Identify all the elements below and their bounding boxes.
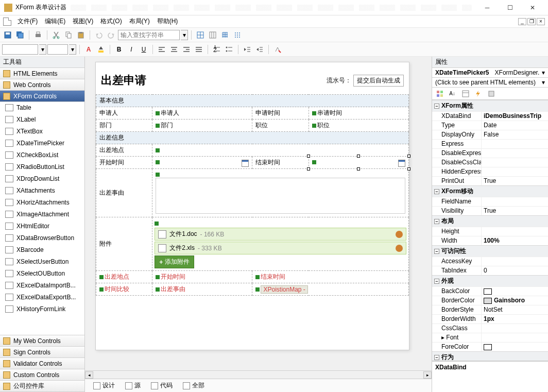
tool-item[interactable]: XDropDownList xyxy=(0,173,84,185)
v-compare[interactable]: 时间比较 xyxy=(96,283,152,296)
menu-file[interactable]: 文件(F) xyxy=(14,16,41,27)
tool-item[interactable]: XAttachments xyxy=(0,185,84,197)
cat-html[interactable]: HTML Elements xyxy=(0,67,84,79)
reason-field[interactable] xyxy=(152,169,409,217)
prop-row[interactable]: CssClass xyxy=(432,323,548,333)
prop-value[interactable]: Gainsboro xyxy=(481,296,548,305)
prop-category[interactable]: −XForm属性 xyxy=(432,100,548,111)
copy-button[interactable] xyxy=(63,29,74,41)
prop-row[interactable]: BackColor xyxy=(432,286,548,296)
prop-row[interactable]: XDataBindiDemoBusinessTrip xyxy=(432,111,548,121)
prop-value[interactable]: True xyxy=(481,207,548,215)
tool-item[interactable]: XExcelDataExportB... xyxy=(0,292,84,303)
scroll-right-button[interactable]: ▸ xyxy=(423,371,432,379)
end-field-selected[interactable] xyxy=(309,157,408,169)
prop-value[interactable]: True xyxy=(481,177,548,185)
prop-value[interactable] xyxy=(481,197,548,206)
prop-row[interactable]: PrintOutTrue xyxy=(432,176,548,185)
prop-row[interactable]: BorderWidth1px xyxy=(432,314,548,323)
dept-field[interactable]: 部门 xyxy=(152,120,252,132)
prop-row[interactable]: DisplayOnlyFalse xyxy=(432,130,548,139)
tab-source[interactable]: 源 xyxy=(121,380,145,391)
prop-category[interactable]: −布局 xyxy=(432,215,548,227)
tool-item[interactable]: XSelectUserButton xyxy=(0,256,84,268)
tool-item[interactable]: XRadioButtonList xyxy=(0,161,84,173)
search-dropdown[interactable]: ▾ xyxy=(181,30,188,40)
xposition-cell[interactable]: XPoistionMap - xyxy=(252,283,409,296)
grid1-icon[interactable] xyxy=(195,29,206,41)
font-family-dd[interactable]: ▾ xyxy=(39,44,46,55)
menu-help[interactable]: 帮助(H) xyxy=(154,16,181,27)
prop-category[interactable]: −外观 xyxy=(432,275,548,286)
props-selector[interactable]: XDateTimePicker5 XFormDesigner.Fr▾ xyxy=(432,68,548,78)
bold-button[interactable]: B xyxy=(113,44,125,55)
tool-item[interactable]: XBarcode xyxy=(0,244,84,256)
search-input[interactable] xyxy=(118,30,180,40)
scroll-left-button[interactable]: ◂ xyxy=(85,371,93,379)
sel-handle[interactable] xyxy=(407,167,410,171)
cat-sign[interactable]: Sign Controls xyxy=(0,346,84,358)
saveall-button[interactable] xyxy=(14,29,26,41)
prop-row[interactable]: ▸ Font xyxy=(432,333,548,342)
reason-textarea[interactable] xyxy=(156,178,405,214)
prop-value[interactable] xyxy=(481,287,548,296)
paste-button[interactable] xyxy=(75,29,87,41)
font-family-combo[interactable] xyxy=(2,44,38,55)
xposition-control[interactable]: XPoistionMap - xyxy=(261,285,307,294)
prop-cat-button[interactable] xyxy=(434,88,446,99)
sel-handle[interactable] xyxy=(357,155,360,158)
prop-value[interactable] xyxy=(481,324,548,333)
tool-item[interactable]: XImageAttachment xyxy=(0,209,84,220)
prop-value[interactable]: 0 xyxy=(481,266,548,275)
prop-row[interactable]: VisibilityTrue xyxy=(432,206,548,215)
tool-item[interactable]: XCheckBoxList xyxy=(0,149,84,161)
prop-az-button[interactable]: A↓ xyxy=(447,88,458,99)
cat-validator[interactable]: Validator Controls xyxy=(0,357,84,369)
list-unordered-button[interactable] xyxy=(224,44,235,55)
align-left-button[interactable] xyxy=(156,44,167,55)
cut-button[interactable] xyxy=(50,29,62,41)
file-row[interactable]: 文件2.xls - 333 KB xyxy=(155,242,406,254)
prop-pages-button[interactable] xyxy=(486,88,497,99)
underline-button[interactable]: U xyxy=(138,44,149,55)
prop-value[interactable] xyxy=(481,333,548,342)
position-field[interactable]: 职位 xyxy=(309,120,408,132)
file-delete-button[interactable] xyxy=(396,231,403,238)
grid3-icon[interactable] xyxy=(219,29,231,41)
tool-item[interactable]: XHistoryFormLink xyxy=(0,303,84,315)
indent-button[interactable] xyxy=(254,44,265,55)
prop-events-button[interactable] xyxy=(472,88,484,99)
collapse-icon[interactable]: − xyxy=(434,104,439,109)
sel-handle[interactable] xyxy=(307,155,310,158)
prop-value[interactable]: NotSet xyxy=(481,305,548,314)
prop-row[interactable]: AccessKey xyxy=(432,257,548,266)
prop-value[interactable] xyxy=(481,158,548,167)
tab-all[interactable]: 全部 xyxy=(179,380,209,391)
forecolor-button[interactable]: A xyxy=(83,44,94,55)
close-button[interactable]: ✕ xyxy=(521,1,544,15)
undo-button[interactable] xyxy=(93,29,105,41)
collapse-icon[interactable]: − xyxy=(434,219,439,224)
clear-format-button[interactable] xyxy=(272,44,283,55)
mdi-minimize[interactable]: _ xyxy=(518,18,526,25)
collapse-icon[interactable]: − xyxy=(434,189,439,194)
add-file-button[interactable]: +添加附件 xyxy=(155,255,194,268)
tool-item[interactable]: XSelectOUButton xyxy=(0,268,84,280)
prop-row[interactable]: DisableCssClass xyxy=(432,158,548,167)
prop-category[interactable]: −行为 xyxy=(432,351,548,361)
cat-myweb[interactable]: My Web Controls xyxy=(0,335,84,347)
tool-item[interactable]: XTextBox xyxy=(0,126,84,138)
cat-xform[interactable]: XForm Controls xyxy=(0,90,84,102)
tool-item[interactable]: XExcelDataImportB... xyxy=(0,280,84,292)
grid2-icon[interactable] xyxy=(207,29,218,41)
v-start[interactable]: 开始时间 xyxy=(152,271,252,283)
align-right-button[interactable] xyxy=(181,44,192,55)
prop-row[interactable]: BorderStyleNotSet xyxy=(432,305,548,314)
attach-field[interactable]: 文件1.doc - 166 KB文件2.xls - 333 KB +添加附件 xyxy=(152,217,409,271)
calendar-icon[interactable] xyxy=(398,160,405,167)
hscrollbar[interactable]: ◂ ▸ xyxy=(85,370,432,379)
tool-item[interactable]: XHorizAttachments xyxy=(0,197,84,209)
mdi-close[interactable]: × xyxy=(537,18,545,25)
cat-company[interactable]: 公司控件库 xyxy=(0,380,84,392)
prop-value[interactable] xyxy=(481,257,548,266)
